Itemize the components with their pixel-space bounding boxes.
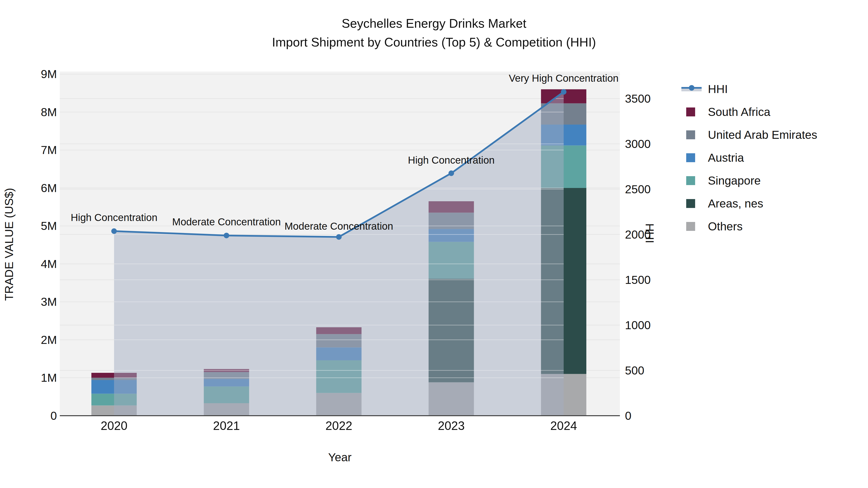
legend-label: United Arab Emirates <box>708 128 817 141</box>
tick-label-right: 3500 <box>625 92 651 105</box>
tick-label-right: 1500 <box>625 273 651 286</box>
hhi-point <box>224 233 229 238</box>
hhi-line-swatch-icon <box>681 84 702 94</box>
tick-label-left: 0 <box>51 410 57 422</box>
legend-item-singapore[interactable]: Singapore <box>681 173 817 188</box>
color-swatch-icon <box>681 175 702 186</box>
y-axis-title-left: TRADE VALUE (US$) <box>2 136 16 353</box>
legend-label: Austria <box>708 151 744 164</box>
color-swatch-icon <box>681 198 702 209</box>
tick-label-right: 500 <box>625 364 644 377</box>
tick-label-left: 4M <box>41 258 57 270</box>
tick-label-year: 2022 <box>326 419 352 432</box>
color-swatch-icon <box>681 152 702 163</box>
legend-item-united-arab-emirates[interactable]: United Arab Emirates <box>681 127 817 142</box>
tick-label-left: 3M <box>41 295 57 308</box>
legend-label: Areas, nes <box>708 197 763 210</box>
annotation-2021: Moderate Concentration <box>172 216 281 227</box>
tick-label-left: 9M <box>41 68 57 80</box>
legend-item-others[interactable]: Others <box>681 219 817 234</box>
y-axis-title-right: HHI <box>643 209 656 257</box>
tick-label-left: 8M <box>41 106 57 119</box>
hhi-point <box>448 170 454 176</box>
color-swatch-icon <box>681 221 702 232</box>
legend-label: Singapore <box>708 174 761 187</box>
tick-label-left: 2M <box>41 333 57 346</box>
hhi-point <box>561 89 566 95</box>
legend-item-hhi[interactable]: HHI <box>681 82 817 96</box>
tick-label-year: 2020 <box>100 419 127 432</box>
hhi-point <box>112 228 117 234</box>
legend-label: HHI <box>708 83 728 96</box>
annotation-2022: Moderate Concentration <box>284 221 393 232</box>
legend-label: South Africa <box>708 105 770 119</box>
legend-label: Others <box>708 220 743 233</box>
legend-item-areas-nes[interactable]: Areas, nes <box>681 196 817 211</box>
tick-label-year: 2023 <box>438 419 465 432</box>
color-swatch-icon <box>681 129 702 140</box>
tick-label-left: 7M <box>41 143 57 156</box>
tick-label-right: 3000 <box>625 138 651 151</box>
annotation-2020: High Concentration <box>71 212 157 223</box>
tick-label-right: 1000 <box>625 319 651 332</box>
tick-label-left: 6M <box>41 182 57 194</box>
figure-canvas: Seychelles Energy Drinks Market Import S… <box>0 0 868 488</box>
tick-label-year: 2024 <box>550 419 577 432</box>
legend: HHISouth AfricaUnited Arab EmiratesAustr… <box>681 82 817 242</box>
annotation-2023: High Concentration <box>408 155 495 166</box>
tick-label-left: 1M <box>41 371 57 384</box>
tick-label-right: 2500 <box>625 183 651 196</box>
legend-item-south-africa[interactable]: South Africa <box>681 104 817 119</box>
annotation-2024: Very High Concentration <box>509 72 618 84</box>
plot-area: High ConcentrationModerate Concentration… <box>0 0 868 488</box>
x-axis-title: Year <box>60 451 620 464</box>
tick-label-left: 5M <box>41 220 57 232</box>
tick-label-year: 2021 <box>213 419 240 432</box>
legend-item-austria[interactable]: Austria <box>681 150 817 165</box>
hhi-point <box>336 234 342 240</box>
color-swatch-icon <box>681 106 702 117</box>
tick-label-right: 0 <box>625 410 631 422</box>
